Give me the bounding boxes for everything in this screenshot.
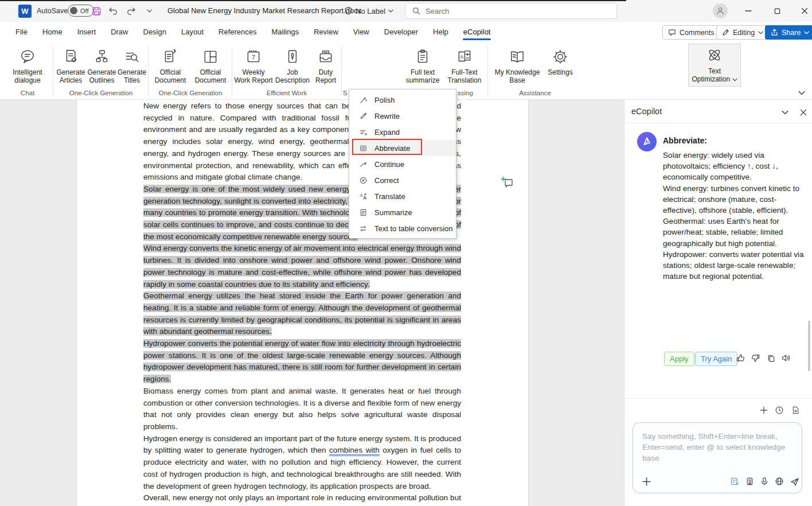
search-box[interactable] bbox=[405, 3, 617, 19]
tab-insert[interactable]: Insert bbox=[70, 23, 104, 41]
chevron-down-icon bbox=[732, 78, 737, 81]
menu-item-translate[interactable]: A Translate bbox=[349, 188, 456, 204]
tab-home[interactable]: Home bbox=[35, 23, 70, 41]
group-label-chat: Chat bbox=[5, 89, 50, 96]
history-clock-icon[interactable] bbox=[774, 404, 785, 416]
chat-bubble-icon bbox=[19, 46, 36, 68]
chat-input[interactable] bbox=[635, 425, 799, 470]
duty-report-button[interactable]: Duty Report bbox=[312, 42, 339, 84]
undo-button[interactable] bbox=[106, 5, 119, 17]
send-icon[interactable] bbox=[789, 476, 799, 486]
svg-text:7: 7 bbox=[252, 54, 255, 61]
microphone-icon[interactable] bbox=[759, 476, 770, 486]
official-document-button-2[interactable]: Official Document bbox=[190, 42, 231, 84]
job-description-button[interactable]: Job Description bbox=[273, 42, 312, 84]
menu-item-polish[interactable]: Polish bbox=[349, 92, 456, 108]
menu-item-rewrite[interactable]: Rewrite bbox=[349, 108, 456, 124]
document-title: Global New Energy Industry Market Resear… bbox=[167, 6, 361, 15]
panel-divider bbox=[624, 398, 812, 399]
tree-icon bbox=[93, 46, 111, 68]
menu-item-text-to-table[interactable]: Text to table conversion bbox=[349, 220, 456, 236]
ecopilot-panel: eCopilot Abbreviate: Solar energy: widel… bbox=[624, 100, 812, 506]
thumbs-up-icon[interactable] bbox=[735, 353, 745, 363]
tab-review[interactable]: Review bbox=[306, 23, 346, 41]
menu-item-continue[interactable]: Continue bbox=[349, 156, 456, 172]
paragraph-geothermal[interactable]: Geothermal energy utilizes the heat stor… bbox=[143, 290, 461, 338]
text-optimization-button[interactable]: Text Optimization bbox=[688, 44, 741, 87]
generate-outlines-button[interactable]: Generate Outlines bbox=[87, 42, 117, 84]
knowledge-doc-icon[interactable] bbox=[744, 476, 755, 486]
try-again-button[interactable]: Try Again bbox=[695, 352, 737, 366]
tab-ecopilot[interactable]: eCopilot bbox=[456, 23, 498, 41]
apply-button[interactable]: Apply bbox=[664, 352, 694, 366]
paragraph-hydrogen[interactable]: Hydrogen energy is considered an importa… bbox=[143, 433, 461, 493]
web-globe-icon[interactable] bbox=[774, 476, 784, 486]
panel-title: eCopilot bbox=[631, 107, 662, 116]
tab-view[interactable]: View bbox=[346, 23, 377, 41]
prompt-template-icon[interactable] bbox=[729, 476, 740, 486]
close-button[interactable] bbox=[791, 0, 812, 22]
editing-mode-button[interactable]: Editing bbox=[716, 25, 769, 40]
maximize-button[interactable] bbox=[764, 0, 790, 22]
panel-close-icon[interactable] bbox=[798, 107, 809, 118]
collapse-ribbon-chevron-icon[interactable] bbox=[798, 87, 805, 98]
sensitivity-label-button[interactable]: ? No Label bbox=[344, 5, 393, 17]
tab-developer[interactable]: Developer bbox=[377, 23, 425, 41]
thumbs-down-icon[interactable] bbox=[751, 353, 761, 363]
save-button[interactable] bbox=[89, 5, 103, 17]
chevron-down-icon bbox=[804, 31, 809, 34]
tab-draw[interactable]: Draw bbox=[103, 23, 135, 41]
tab-help[interactable]: Help bbox=[425, 23, 456, 41]
tab-references[interactable]: References bbox=[211, 23, 264, 41]
intelligent-dialogue-button[interactable]: Intelligent dialogue bbox=[5, 42, 50, 84]
panel-collapse-chevron-icon[interactable] bbox=[780, 107, 790, 118]
quick-access-chevron-icon[interactable] bbox=[142, 5, 156, 17]
menu-item-correct[interactable]: Correct bbox=[349, 172, 456, 188]
clipboard-icon bbox=[414, 46, 431, 68]
comments-label: Comments bbox=[680, 29, 714, 37]
new-file-icon[interactable] bbox=[790, 404, 801, 416]
document-page[interactable]: New energy refers to those energy source… bbox=[76, 100, 529, 506]
search-input[interactable] bbox=[425, 7, 598, 15]
generate-titles-button[interactable]: Generate Titles bbox=[117, 42, 147, 84]
menu-item-abbreviate[interactable]: Abbreviate bbox=[349, 140, 456, 156]
share-button[interactable]: Share bbox=[765, 25, 812, 40]
read-aloud-icon[interactable] bbox=[780, 353, 791, 363]
ribbon-group-one-click-generation-1: Generate Articles Generate Outlines Gene… bbox=[55, 42, 147, 99]
paragraph-overall[interactable]: Overall, new energy not only plays an im… bbox=[143, 492, 461, 506]
generate-articles-button[interactable]: Generate Articles bbox=[55, 42, 87, 84]
inbox-icon bbox=[317, 46, 334, 68]
full-text-translation-button[interactable]: A Full-Text Translation bbox=[444, 42, 485, 84]
comment-icon bbox=[668, 29, 676, 36]
tab-layout[interactable]: Layout bbox=[174, 23, 211, 41]
comments-button[interactable]: Comments bbox=[662, 25, 720, 40]
my-knowledge-base-button[interactable]: My Knowledge Base bbox=[490, 42, 545, 84]
group-label-one-click-generation-2: One-Click Generation bbox=[150, 89, 231, 96]
paragraph-hydropower[interactable]: Hydropower converts the potential energy… bbox=[143, 338, 461, 386]
full-text-summarize-button[interactable]: Full text summarize bbox=[401, 42, 444, 84]
official-document-button-1[interactable]: Official Document bbox=[150, 42, 190, 84]
layout-grid-icon bbox=[202, 46, 219, 68]
minimize-button[interactable] bbox=[735, 0, 762, 22]
chat-input-box[interactable] bbox=[633, 422, 802, 493]
redo-button[interactable] bbox=[125, 5, 139, 17]
menu-item-expand[interactable]: Expand bbox=[349, 124, 456, 140]
panel-scrollbar[interactable] bbox=[808, 321, 810, 371]
add-comment-icon[interactable] bbox=[501, 176, 514, 189]
tab-mailings[interactable]: Mailings bbox=[264, 23, 307, 41]
wand-icon bbox=[359, 96, 368, 104]
copy-icon[interactable] bbox=[766, 353, 776, 363]
settings-button[interactable]: Settings bbox=[545, 42, 576, 76]
attach-plus-icon[interactable] bbox=[641, 476, 651, 486]
paragraph-wind[interactable]: Wind energy converts the kinetic energy … bbox=[143, 243, 461, 290]
tab-file[interactable]: File bbox=[8, 23, 35, 41]
tab-design[interactable]: Design bbox=[136, 23, 174, 41]
share-label: Share bbox=[782, 29, 801, 37]
user-avatar[interactable] bbox=[713, 3, 728, 18]
menu-item-summarize[interactable]: Summarize bbox=[349, 204, 456, 220]
group-label-efficient-work: Efficient Work bbox=[234, 89, 339, 96]
new-chat-plus-icon[interactable] bbox=[758, 404, 770, 416]
paragraph-biomass[interactable]: Biomass energy comes from plant and anim… bbox=[143, 386, 461, 433]
weekly-work-report-button[interactable]: 7 Weekly Work Report bbox=[234, 42, 273, 84]
ribbon-group-efficient-work: 7 Weekly Work Report Job Description Dut… bbox=[234, 42, 339, 99]
